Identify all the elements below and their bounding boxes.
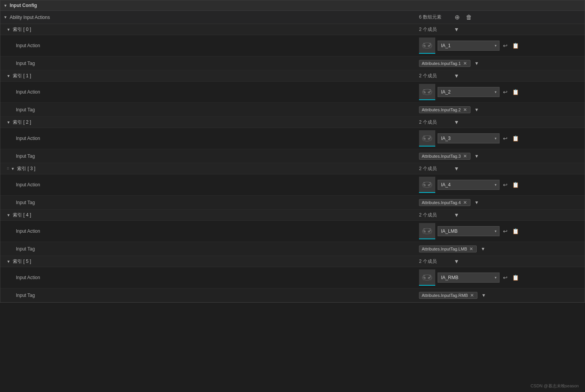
svg-rect-69 [429, 275, 431, 276]
svg-point-70 [423, 279, 426, 281]
tag-remove-btn-1[interactable]: ✕ [462, 107, 468, 112]
tag-remove-btn-2[interactable]: ✕ [462, 154, 468, 159]
ia-browse-btn-0[interactable]: 📋 [511, 42, 520, 49]
tag-expand-btn-0[interactable]: ▼ [473, 60, 481, 67]
delete-element-button[interactable]: 🗑 [464, 13, 474, 22]
index-right-2: 2 个成员 ▼ [419, 118, 582, 126]
panel-chevron[interactable]: ▼ [3, 3, 7, 8]
controller-icon-3 [419, 177, 435, 193]
index-chevron-5[interactable]: ▼ [7, 259, 10, 264]
input-action-row-5: Input Action [0, 267, 585, 288]
index-chevron-3[interactable]: ▼ [11, 167, 15, 171]
tag-value-4: Attributes.InputTag.LMB [422, 247, 467, 251]
svg-point-59 [429, 232, 432, 234]
input-action-right-1: IA_2 ↩ 📋 [419, 84, 582, 100]
index-right-5: 2 个成员 ▼ [419, 257, 582, 265]
footer-bar: CSDN @暮志未晚season [524, 380, 585, 392]
index-expand-btn-3[interactable]: ▼ [452, 165, 461, 172]
svg-point-18 [430, 91, 431, 92]
tag-remove-btn-0[interactable]: ✕ [462, 61, 468, 66]
svg-point-6 [430, 44, 431, 45]
svg-point-42 [430, 184, 431, 184]
ia-dropdown-5[interactable]: IA_RMB [438, 273, 499, 283]
tag-pill-3: Attributes.InputTag.4 ✕ [419, 199, 470, 206]
ia-browse-btn-4[interactable]: 📋 [511, 227, 520, 235]
ability-actions-right: 6 数组元素 ⊕ 🗑 [419, 13, 582, 22]
tag-value-2: Attributes.InputTag.3 [422, 154, 461, 159]
ia-reset-btn-1[interactable]: ↩ [502, 88, 509, 96]
index-left-4: ▼ 索引 [ 4 ] [7, 212, 419, 218]
tag-remove-btn-3[interactable]: ✕ [462, 200, 468, 205]
input-tag-right-5: Attributes.InputTag.RMB ✕ ▼ [419, 292, 582, 299]
input-tag-label-5: Input Tag [16, 293, 419, 298]
index-row-5: ▼ 索引 [ 5 ] 2 个成员 ▼ [0, 256, 585, 267]
input-tag-row-2: Input Tag Attributes.InputTag.3 ✕ ▼ [0, 149, 585, 163]
index-row-2: ▼ 索引 [ 2 ] 2 个成员 ▼ [0, 117, 585, 128]
drag-handle-3[interactable]: ⠿ [7, 167, 9, 171]
tag-pill-4: Attributes.InputTag.LMB ✕ [419, 245, 477, 252]
ia-dropdown-2[interactable]: IA_3 [438, 133, 499, 143]
ia-dropdown-0[interactable]: IA_1 [438, 41, 499, 51]
tag-expand-btn-2[interactable]: ▼ [473, 153, 481, 160]
index-expand-btn-0[interactable]: ▼ [452, 26, 461, 33]
ia-reset-btn-2[interactable]: ↩ [502, 135, 509, 142]
index-label-4: 索引 [ 4 ] [13, 212, 31, 218]
svg-rect-56 [423, 228, 425, 229]
svg-rect-20 [423, 89, 425, 90]
ia-browse-btn-2[interactable]: 📋 [511, 135, 520, 142]
footer-text: CSDN @暮志未晚season [530, 383, 579, 388]
svg-point-22 [423, 93, 426, 95]
input-action-label-0: Input Action [16, 43, 419, 48]
indices-container: ▼ 索引 [ 0 ] 2 个成员 ▼ Input Action [0, 24, 585, 302]
index-chevron-4[interactable]: ▼ [7, 213, 10, 217]
index-row-4: ▼ 索引 [ 4 ] 2 个成员 ▼ [0, 210, 585, 221]
svg-rect-8 [423, 43, 425, 44]
svg-rect-65 [424, 276, 425, 278]
ia-dropdown-3[interactable]: IA_4 [438, 180, 499, 190]
ia-browse-btn-3[interactable]: 📋 [511, 181, 520, 189]
ia-reset-btn-0[interactable]: ↩ [502, 42, 509, 49]
ia-browse-btn-5[interactable]: 📋 [511, 274, 520, 281]
svg-point-7 [429, 45, 430, 46]
add-element-button[interactable]: ⊕ [453, 13, 461, 22]
ia-dropdown-1[interactable]: IA_2 [438, 87, 499, 97]
input-action-label-5: Input Action [16, 275, 419, 280]
index-label-0: 索引 [ 0 ] [13, 26, 31, 33]
index-chevron-0[interactable]: ▼ [7, 27, 10, 32]
ability-chevron[interactable]: ▼ [3, 15, 7, 19]
tag-remove-btn-4[interactable]: ✕ [469, 247, 474, 251]
member-count-5: 2 个成员 [419, 258, 450, 265]
input-tag-label-1: Input Tag [16, 107, 419, 112]
svg-point-55 [429, 231, 430, 232]
input-tag-label-2: Input Tag [16, 153, 419, 159]
ia-browse-btn-1[interactable]: 📋 [511, 88, 520, 96]
index-right-0: 2 个成员 ▼ [419, 26, 582, 33]
index-chevron-2[interactable]: ▼ [7, 120, 10, 124]
index-expand-btn-5[interactable]: ▼ [452, 257, 461, 265]
tag-remove-btn-5[interactable]: ✕ [469, 293, 475, 298]
tag-expand-btn-3[interactable]: ▼ [473, 199, 481, 206]
svg-rect-9 [429, 43, 431, 44]
ia-reset-btn-4[interactable]: ↩ [502, 227, 509, 235]
index-row-1: ▼ 索引 [ 1 ] 2 个成员 ▼ [0, 70, 585, 82]
ia-dropdown-4[interactable]: IA_LMB [438, 226, 499, 236]
tag-expand-btn-5[interactable]: ▼ [480, 292, 488, 299]
input-tag-right-4: Attributes.InputTag.LMB ✕ ▼ [419, 245, 582, 252]
index-expand-btn-1[interactable]: ▼ [452, 72, 461, 80]
input-tag-row-4: Input Tag Attributes.InputTag.LMB ✕ ▼ [0, 242, 585, 256]
index-expand-btn-4[interactable]: ▼ [452, 211, 461, 219]
tag-expand-btn-1[interactable]: ▼ [473, 106, 481, 113]
svg-rect-44 [423, 182, 425, 183]
index-expand-btn-2[interactable]: ▼ [452, 118, 461, 126]
tag-pill-0: Attributes.InputTag.1 ✕ [419, 60, 470, 67]
index-row-0: ▼ 索引 [ 0 ] 2 个成员 ▼ [0, 24, 585, 35]
index-chevron-1[interactable]: ▼ [7, 74, 10, 78]
input-tag-row-5: Input Tag Attributes.InputTag.RMB ✕ ▼ [0, 288, 585, 302]
controller-icon-1 [419, 84, 435, 100]
index-label-1: 索引 [ 1 ] [13, 73, 31, 79]
ia-reset-btn-3[interactable]: ↩ [502, 181, 509, 189]
svg-point-71 [429, 279, 432, 281]
input-tag-row-1: Input Tag Attributes.InputTag.2 ✕ ▼ [0, 103, 585, 117]
ia-reset-btn-5[interactable]: ↩ [502, 274, 509, 281]
tag-expand-btn-4[interactable]: ▼ [479, 245, 487, 252]
